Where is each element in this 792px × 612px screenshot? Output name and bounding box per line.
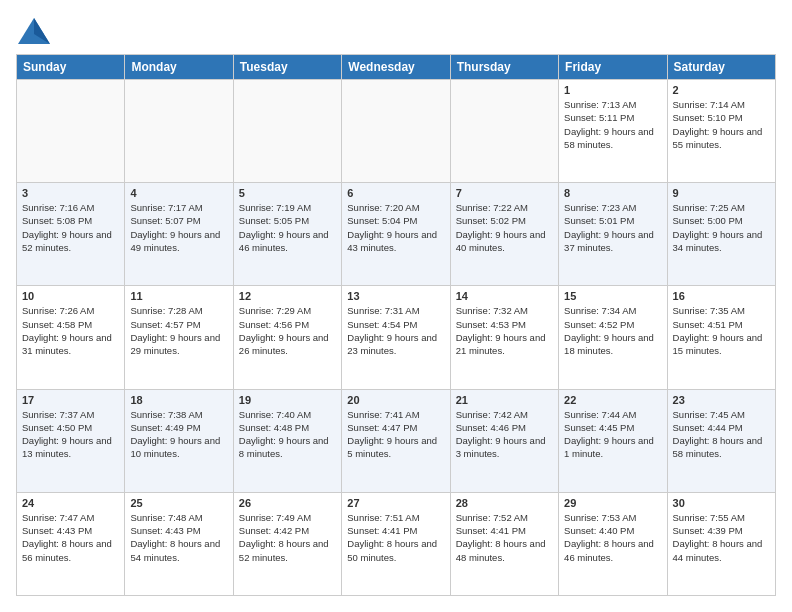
day-number: 7 — [456, 187, 553, 199]
day-info-line: Daylight: 9 hours and 26 minutes. — [239, 331, 336, 358]
day-info-line: Sunset: 5:11 PM — [564, 111, 661, 124]
day-info-line: Sunrise: 7:53 AM — [564, 511, 661, 524]
calendar-cell: 20Sunrise: 7:41 AMSunset: 4:47 PMDayligh… — [342, 389, 450, 492]
calendar-cell: 25Sunrise: 7:48 AMSunset: 4:43 PMDayligh… — [125, 492, 233, 595]
day-info-line: Daylight: 9 hours and 23 minutes. — [347, 331, 444, 358]
day-info-line: Daylight: 9 hours and 13 minutes. — [22, 434, 119, 461]
day-info-line: Sunset: 5:05 PM — [239, 214, 336, 227]
day-number: 9 — [673, 187, 770, 199]
calendar-cell: 2Sunrise: 7:14 AMSunset: 5:10 PMDaylight… — [667, 80, 775, 183]
day-info-line: Daylight: 8 hours and 52 minutes. — [239, 537, 336, 564]
day-info-line: Daylight: 8 hours and 54 minutes. — [130, 537, 227, 564]
calendar-cell — [450, 80, 558, 183]
day-info-line: Daylight: 8 hours and 46 minutes. — [564, 537, 661, 564]
week-row-4: 17Sunrise: 7:37 AMSunset: 4:50 PMDayligh… — [17, 389, 776, 492]
day-info-line: Sunset: 5:10 PM — [673, 111, 770, 124]
day-number: 20 — [347, 394, 444, 406]
day-info-line: Sunrise: 7:20 AM — [347, 201, 444, 214]
day-number: 4 — [130, 187, 227, 199]
day-number: 15 — [564, 290, 661, 302]
day-info-line: Sunset: 4:54 PM — [347, 318, 444, 331]
calendar-cell: 30Sunrise: 7:55 AMSunset: 4:39 PMDayligh… — [667, 492, 775, 595]
calendar-cell: 12Sunrise: 7:29 AMSunset: 4:56 PMDayligh… — [233, 286, 341, 389]
calendar-cell — [17, 80, 125, 183]
day-info-line: Sunrise: 7:48 AM — [130, 511, 227, 524]
day-info-line: Sunset: 4:49 PM — [130, 421, 227, 434]
day-info-line: Sunset: 4:43 PM — [130, 524, 227, 537]
day-info: Sunrise: 7:23 AMSunset: 5:01 PMDaylight:… — [564, 201, 661, 254]
day-info-line: Sunrise: 7:14 AM — [673, 98, 770, 111]
calendar-cell — [342, 80, 450, 183]
week-row-3: 10Sunrise: 7:26 AMSunset: 4:58 PMDayligh… — [17, 286, 776, 389]
day-info-line: Sunset: 4:50 PM — [22, 421, 119, 434]
day-info: Sunrise: 7:47 AMSunset: 4:43 PMDaylight:… — [22, 511, 119, 564]
header — [16, 16, 776, 46]
page: SundayMondayTuesdayWednesdayThursdayFrid… — [0, 0, 792, 612]
day-info-line: Sunset: 4:45 PM — [564, 421, 661, 434]
weekday-header-row: SundayMondayTuesdayWednesdayThursdayFrid… — [17, 55, 776, 80]
day-info: Sunrise: 7:17 AMSunset: 5:07 PMDaylight:… — [130, 201, 227, 254]
day-info-line: Sunrise: 7:45 AM — [673, 408, 770, 421]
logo-icon — [16, 16, 52, 46]
day-info: Sunrise: 7:53 AMSunset: 4:40 PMDaylight:… — [564, 511, 661, 564]
day-number: 21 — [456, 394, 553, 406]
day-info: Sunrise: 7:14 AMSunset: 5:10 PMDaylight:… — [673, 98, 770, 151]
day-info: Sunrise: 7:13 AMSunset: 5:11 PMDaylight:… — [564, 98, 661, 151]
day-info-line: Daylight: 8 hours and 56 minutes. — [22, 537, 119, 564]
day-info-line: Sunset: 4:53 PM — [456, 318, 553, 331]
day-number: 6 — [347, 187, 444, 199]
day-info-line: Daylight: 9 hours and 1 minute. — [564, 434, 661, 461]
day-info-line: Sunset: 4:56 PM — [239, 318, 336, 331]
calendar-cell: 15Sunrise: 7:34 AMSunset: 4:52 PMDayligh… — [559, 286, 667, 389]
day-info-line: Daylight: 9 hours and 58 minutes. — [564, 125, 661, 152]
calendar-cell: 7Sunrise: 7:22 AMSunset: 5:02 PMDaylight… — [450, 183, 558, 286]
day-info-line: Sunrise: 7:40 AM — [239, 408, 336, 421]
day-info: Sunrise: 7:31 AMSunset: 4:54 PMDaylight:… — [347, 304, 444, 357]
day-info: Sunrise: 7:49 AMSunset: 4:42 PMDaylight:… — [239, 511, 336, 564]
day-info-line: Daylight: 8 hours and 44 minutes. — [673, 537, 770, 564]
day-info-line: Sunrise: 7:19 AM — [239, 201, 336, 214]
day-info-line: Daylight: 9 hours and 15 minutes. — [673, 331, 770, 358]
day-info-line: Sunrise: 7:42 AM — [456, 408, 553, 421]
day-info: Sunrise: 7:42 AMSunset: 4:46 PMDaylight:… — [456, 408, 553, 461]
calendar-cell: 23Sunrise: 7:45 AMSunset: 4:44 PMDayligh… — [667, 389, 775, 492]
calendar-cell: 6Sunrise: 7:20 AMSunset: 5:04 PMDaylight… — [342, 183, 450, 286]
day-info-line: Daylight: 9 hours and 8 minutes. — [239, 434, 336, 461]
day-info-line: Sunset: 4:43 PM — [22, 524, 119, 537]
day-info-line: Sunrise: 7:49 AM — [239, 511, 336, 524]
day-info: Sunrise: 7:29 AMSunset: 4:56 PMDaylight:… — [239, 304, 336, 357]
day-info: Sunrise: 7:51 AMSunset: 4:41 PMDaylight:… — [347, 511, 444, 564]
day-number: 19 — [239, 394, 336, 406]
weekday-header-wednesday: Wednesday — [342, 55, 450, 80]
day-info-line: Sunrise: 7:55 AM — [673, 511, 770, 524]
calendar-cell: 3Sunrise: 7:16 AMSunset: 5:08 PMDaylight… — [17, 183, 125, 286]
calendar-cell: 18Sunrise: 7:38 AMSunset: 4:49 PMDayligh… — [125, 389, 233, 492]
day-number: 29 — [564, 497, 661, 509]
day-number: 11 — [130, 290, 227, 302]
day-info: Sunrise: 7:20 AMSunset: 5:04 PMDaylight:… — [347, 201, 444, 254]
day-info-line: Sunset: 4:47 PM — [347, 421, 444, 434]
day-info-line: Sunrise: 7:22 AM — [456, 201, 553, 214]
day-info-line: Sunrise: 7:38 AM — [130, 408, 227, 421]
weekday-header-tuesday: Tuesday — [233, 55, 341, 80]
day-number: 14 — [456, 290, 553, 302]
calendar-cell: 28Sunrise: 7:52 AMSunset: 4:41 PMDayligh… — [450, 492, 558, 595]
day-info: Sunrise: 7:19 AMSunset: 5:05 PMDaylight:… — [239, 201, 336, 254]
day-info-line: Sunrise: 7:17 AM — [130, 201, 227, 214]
day-info: Sunrise: 7:40 AMSunset: 4:48 PMDaylight:… — [239, 408, 336, 461]
day-info-line: Sunrise: 7:29 AM — [239, 304, 336, 317]
day-info-line: Sunrise: 7:23 AM — [564, 201, 661, 214]
calendar-cell: 10Sunrise: 7:26 AMSunset: 4:58 PMDayligh… — [17, 286, 125, 389]
calendar-cell — [233, 80, 341, 183]
day-number: 25 — [130, 497, 227, 509]
day-info: Sunrise: 7:41 AMSunset: 4:47 PMDaylight:… — [347, 408, 444, 461]
day-info-line: Sunrise: 7:31 AM — [347, 304, 444, 317]
day-number: 26 — [239, 497, 336, 509]
day-info: Sunrise: 7:26 AMSunset: 4:58 PMDaylight:… — [22, 304, 119, 357]
calendar-cell: 8Sunrise: 7:23 AMSunset: 5:01 PMDaylight… — [559, 183, 667, 286]
day-info-line: Sunrise: 7:13 AM — [564, 98, 661, 111]
day-info-line: Sunrise: 7:32 AM — [456, 304, 553, 317]
calendar-cell: 21Sunrise: 7:42 AMSunset: 4:46 PMDayligh… — [450, 389, 558, 492]
week-row-1: 1Sunrise: 7:13 AMSunset: 5:11 PMDaylight… — [17, 80, 776, 183]
day-info-line: Sunset: 4:42 PM — [239, 524, 336, 537]
